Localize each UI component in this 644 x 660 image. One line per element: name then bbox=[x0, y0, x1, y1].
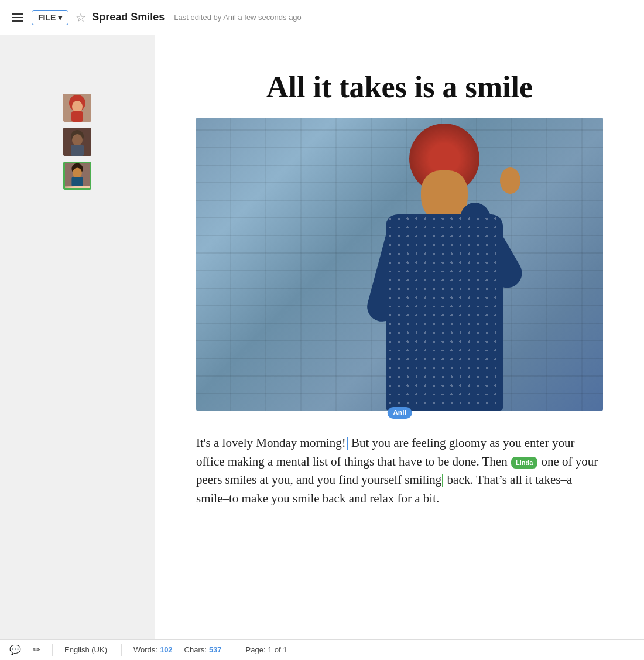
page-current: 1 bbox=[268, 645, 272, 654]
linda-inline-label: Linda bbox=[511, 457, 537, 469]
chars-label: Chars: bbox=[184, 645, 207, 654]
document-image bbox=[196, 118, 603, 411]
page-label: Page: bbox=[246, 645, 266, 654]
words-label: Words: bbox=[133, 645, 157, 654]
svg-rect-7 bbox=[71, 145, 84, 156]
hand-right bbox=[500, 167, 520, 194]
last-edited-text: Last edited by Anil a few seconds ago bbox=[174, 13, 302, 22]
status-bar: 💬 ✏ English (UK) Words: 102 Chars: 537 P… bbox=[0, 639, 644, 660]
avatar-svg-3 bbox=[65, 162, 90, 188]
avatar-svg-2 bbox=[63, 128, 91, 156]
svg-point-6 bbox=[72, 134, 83, 146]
body bbox=[386, 214, 503, 411]
anil-text-cursor bbox=[347, 437, 348, 450]
avatar-image-2 bbox=[63, 128, 91, 156]
document-area: S All it takes is a smile bbox=[155, 35, 644, 639]
avatar-user1 bbox=[63, 94, 91, 122]
divider-1 bbox=[52, 644, 53, 656]
woman-figure bbox=[333, 124, 556, 411]
page-of-text: of 1 bbox=[275, 645, 287, 654]
svg-rect-3 bbox=[71, 111, 83, 122]
divider-3 bbox=[234, 644, 234, 656]
avatar-image-1 bbox=[63, 94, 91, 122]
svg-point-2 bbox=[72, 101, 83, 112]
chat-icon[interactable]: 💬 bbox=[9, 644, 21, 655]
document-title: Spread Smiles bbox=[92, 11, 165, 23]
divider-2 bbox=[121, 644, 122, 656]
words-value: 102 bbox=[160, 645, 173, 654]
word-count: Words: 102 bbox=[133, 645, 173, 654]
body-text-part3: Then bbox=[479, 454, 511, 469]
svg-point-10 bbox=[73, 168, 82, 179]
document-body[interactable]: It's a lovely Monday morning! But you ar… bbox=[196, 434, 603, 508]
document-image-wrapper: Anil bbox=[196, 118, 603, 411]
document-heading: All it takes is a smile bbox=[196, 70, 603, 104]
file-label: FILE ▾ bbox=[38, 13, 62, 22]
file-menu-button[interactable]: FILE ▾ bbox=[32, 10, 68, 25]
body-text-part1: It's a lovely Monday morning! bbox=[196, 436, 346, 450]
avatar-user2 bbox=[63, 128, 91, 156]
language-selector[interactable]: English (UK) bbox=[64, 645, 107, 654]
top-bar: FILE ▾ ☆ Spread Smiles Last edited by An… bbox=[0, 0, 644, 35]
sidebar bbox=[0, 35, 155, 639]
edit-icon[interactable]: ✏ bbox=[33, 644, 40, 655]
chars-value: 537 bbox=[209, 645, 222, 654]
avatar-image-3 bbox=[63, 162, 91, 190]
page-info: Page: 1 of 1 bbox=[246, 645, 287, 654]
hamburger-button[interactable] bbox=[9, 11, 26, 24]
anil-cursor-label: Anil bbox=[387, 407, 412, 419]
char-count: Chars: 537 bbox=[184, 645, 222, 654]
star-icon[interactable]: ☆ bbox=[76, 11, 86, 25]
main-layout: S All it takes is a smile bbox=[0, 35, 644, 639]
document-page[interactable]: All it takes is a smile Anil bbox=[155, 35, 644, 639]
svg-rect-11 bbox=[71, 177, 83, 186]
avatar-user3-linda bbox=[63, 162, 91, 190]
avatar-svg-1 bbox=[63, 94, 91, 122]
